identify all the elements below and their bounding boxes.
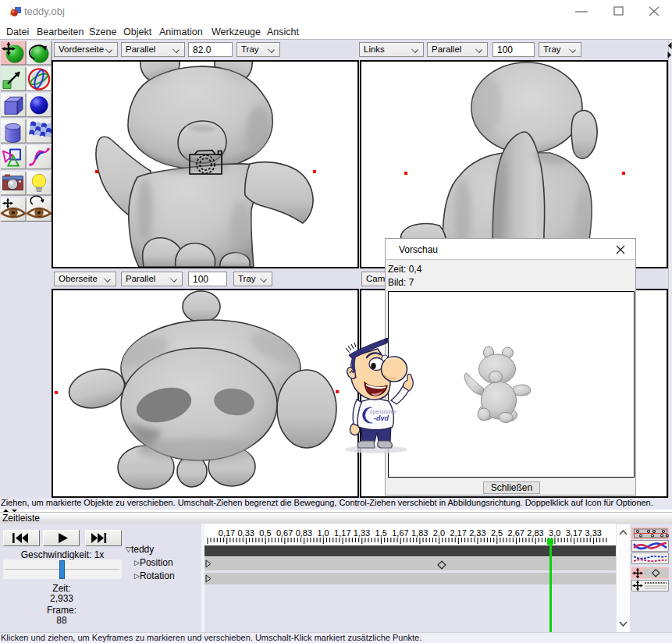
svg-text:-dvd: -dvd bbox=[374, 414, 389, 422]
